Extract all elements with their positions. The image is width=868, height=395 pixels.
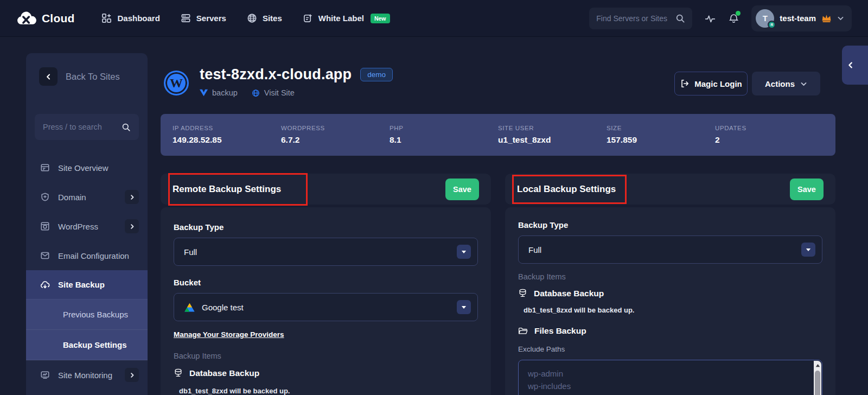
notification-dot — [736, 11, 741, 16]
caret-down-icon[interactable] — [457, 245, 471, 259]
site-stats-bar: IP ADDRESS 149.28.52.85 WORDPRESS 6.7.2 … — [161, 114, 835, 156]
notifications-bell-icon[interactable] — [728, 12, 739, 24]
nav-white-label[interactable]: White Label New — [303, 13, 390, 23]
global-search[interactable] — [589, 8, 692, 29]
stat-site-user: SITE USER u1_test_8zxd — [498, 125, 607, 145]
avatar: T R — [756, 9, 774, 28]
stat-value: 2 — [715, 135, 824, 145]
nav-servers[interactable]: Servers — [181, 13, 226, 23]
brand-text: Cloud — [42, 12, 74, 25]
remote-backup-items-label: Backup Items — [174, 352, 478, 360]
sidebar-item-label: Site Monitoring — [58, 371, 112, 380]
select-value: Google test — [202, 303, 244, 312]
caret-down-icon[interactable] — [801, 243, 815, 257]
nav-sites[interactable]: Sites — [247, 13, 282, 23]
server-provider-tag[interactable]: backup — [200, 88, 238, 97]
avatar-initial: T — [763, 14, 768, 23]
local-save-button[interactable]: Save — [790, 179, 824, 200]
sidebar-search-input[interactable] — [43, 123, 117, 131]
remote-save-button[interactable]: Save — [445, 179, 479, 200]
remote-backup-type-select[interactable]: Full — [174, 238, 478, 266]
chevron-right-icon[interactable] — [125, 219, 139, 233]
back-to-sites-label: Back To Sites — [66, 72, 120, 82]
xcloud-logo[interactable]: Cloud — [16, 10, 74, 27]
monitor-icon — [40, 370, 50, 380]
chevron-down-icon — [800, 80, 807, 87]
stat-value: u1_test_8zxd — [498, 135, 607, 145]
search-icon[interactable] — [675, 14, 685, 23]
bucket-label: Bucket — [174, 278, 478, 287]
sidebar-item-label: Site Backup — [58, 280, 105, 289]
sidebar-item-domain[interactable]: Domain — [26, 182, 148, 212]
stat-label: SITE USER — [498, 125, 607, 131]
sidebar-item-label: Previous Backups — [63, 310, 128, 319]
sidebar-search[interactable] — [35, 114, 139, 140]
stat-value: 149.28.52.85 — [173, 135, 281, 145]
login-icon — [680, 79, 690, 88]
sidebar-item-label: Site Overview — [58, 163, 108, 173]
provider-tag-label: backup — [212, 88, 238, 97]
nav-dashboard[interactable]: Dashboard — [101, 13, 159, 23]
back-to-sites[interactable]: Back To Sites — [39, 67, 135, 86]
activity-icon[interactable] — [704, 12, 716, 24]
remote-database-desc: db1_test_8zxd will be backed up. — [174, 387, 478, 395]
top-navbar: Cloud Dashboard Servers — [0, 0, 868, 37]
chevron-right-icon[interactable] — [125, 190, 139, 204]
sidebar-item-backup-settings[interactable]: Backup Settings — [26, 330, 148, 360]
search-icon — [122, 123, 131, 132]
caret-down-icon[interactable] — [457, 300, 471, 314]
nav-label: Sites — [263, 14, 282, 23]
textarea-scrollbar[interactable] — [814, 361, 821, 395]
exclude-paths-textarea[interactable]: wp-admin wp-includes wp-content/cache — [518, 360, 822, 395]
white-label-icon — [303, 13, 313, 23]
files-backup-row: Files Backup — [518, 326, 822, 336]
new-badge: New — [371, 14, 390, 23]
sidebar-item-site-backup[interactable]: Site Backup — [26, 270, 148, 300]
sidebar-item-label: Backup Settings — [63, 340, 127, 349]
bucket-select[interactable]: Google test — [174, 293, 478, 321]
profile-menu[interactable]: T R test-team — [751, 5, 852, 31]
global-search-input[interactable] — [596, 14, 671, 23]
globe-icon — [252, 89, 260, 97]
main-nav: Dashboard Servers Sites — [101, 13, 390, 23]
scrollbar-thumb[interactable] — [815, 371, 820, 395]
scroll-up-arrow-icon[interactable] — [814, 361, 821, 369]
site-title: test-8zxd.x-cloud.app — [200, 66, 352, 83]
stat-wordpress: WORDPRESS 6.7.2 — [281, 125, 390, 145]
database-icon — [174, 368, 183, 378]
remote-backup-type-label: Backup Type — [174, 222, 478, 232]
remote-backup-title: Remote Backup Settings — [173, 184, 281, 195]
select-value: Full — [528, 245, 541, 254]
wordpress-icon — [40, 221, 50, 231]
actions-button[interactable]: Actions — [752, 72, 820, 95]
manage-storage-providers-link[interactable]: Manage Your Storage Providers — [174, 330, 284, 339]
browser-icon — [40, 163, 50, 173]
right-panel-toggle[interactable] — [842, 46, 868, 85]
magic-login-button[interactable]: Magic Login — [674, 72, 748, 95]
actions-label: Actions — [765, 79, 795, 88]
sidebar-item-site-monitoring[interactable]: Site Monitoring — [26, 360, 148, 390]
backup-cloud-icon — [40, 280, 50, 290]
vultr-icon — [200, 89, 208, 97]
remote-backup-header: Remote Backup Settings Save — [161, 174, 491, 205]
servers-icon — [181, 13, 191, 23]
env-badge: demo — [360, 68, 393, 81]
sidebar-item-previous-backups[interactable]: Previous Backups — [26, 300, 148, 330]
local-backup-body: Backup Type Full Backup Items Database B… — [505, 207, 835, 395]
sidebar-menu: Site Overview Domain WordPress — [26, 153, 148, 390]
stat-updates: UPDATES 2 — [715, 125, 824, 145]
sidebar-item-label: WordPress — [58, 222, 98, 231]
chevron-right-icon[interactable] — [125, 368, 139, 382]
sidebar-item-wordpress[interactable]: WordPress — [26, 212, 148, 241]
stat-php: PHP 8.1 — [390, 125, 498, 145]
nav-label: Dashboard — [117, 14, 159, 23]
chevron-down-icon — [837, 15, 844, 22]
folder-icon — [518, 327, 528, 335]
sidebar-item-email-configuration[interactable]: Email Configuration — [26, 241, 148, 270]
sidebar-item-site-overview[interactable]: Site Overview — [26, 153, 148, 182]
local-backup-type-select[interactable]: Full — [518, 235, 822, 264]
visit-site-link[interactable]: Visit Site — [252, 88, 295, 97]
stat-label: UPDATES — [715, 125, 824, 131]
profile-name: test-team — [780, 14, 816, 23]
chevron-left-icon[interactable] — [39, 67, 58, 86]
